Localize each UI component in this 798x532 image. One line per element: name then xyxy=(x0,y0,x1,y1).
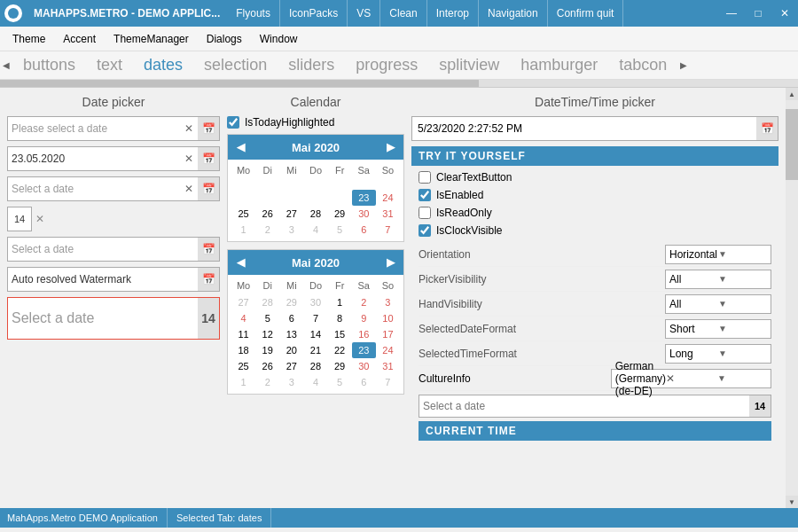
datepicker-watermark-input[interactable] xyxy=(8,273,198,286)
title-menu-item-navigation[interactable]: Navigation xyxy=(479,0,548,27)
cal-day[interactable]: 3 xyxy=(279,222,303,238)
cal-day[interactable]: 5 xyxy=(328,374,352,390)
cal-day[interactable]: 9 xyxy=(352,310,376,326)
cal-day[interactable]: 15 xyxy=(328,326,352,342)
cal-day[interactable]: 1 xyxy=(328,294,352,310)
culture-clear[interactable]: ✕ xyxy=(666,372,716,385)
cal-day[interactable]: 27 xyxy=(231,294,255,310)
cal-day[interactable]: 4 xyxy=(303,222,327,238)
menu-item-theme[interactable]: Theme xyxy=(4,29,54,49)
cal-day[interactable]: 1 xyxy=(231,222,255,238)
cal-day[interactable]: 24 xyxy=(376,190,400,206)
cal-day[interactable]: 17 xyxy=(376,326,400,342)
datetime-cal-btn[interactable]: 📅 xyxy=(756,117,778,140)
cal-day[interactable]: 3 xyxy=(376,294,400,310)
datetime-input[interactable] xyxy=(412,122,756,135)
cal-day[interactable]: 14 xyxy=(303,326,327,342)
cal-day[interactable]: 23 xyxy=(352,342,376,358)
cal-day[interactable]: 25 xyxy=(231,358,255,374)
cal-day[interactable]: 3 xyxy=(279,374,303,390)
datepicker-input-1[interactable] xyxy=(8,122,180,135)
is-clock-visible-checkbox[interactable] xyxy=(419,224,431,237)
cal-day[interactable]: 16 xyxy=(352,326,376,342)
cal-day[interactable]: 7 xyxy=(376,222,400,238)
menu-item-dialogs[interactable]: Dialogs xyxy=(198,29,251,49)
cal-day[interactable]: 6 xyxy=(352,374,376,390)
clear-text-btn-checkbox[interactable] xyxy=(419,171,431,184)
datepicker-large-input[interactable] xyxy=(8,310,198,326)
nav-tab-selection[interactable]: selection xyxy=(193,51,278,80)
cal-day[interactable]: 11 xyxy=(231,326,255,342)
is-today-highlighted-checkbox[interactable] xyxy=(227,116,239,129)
selected-time-format-select[interactable]: Long ▼ xyxy=(665,344,771,364)
datepicker-large-cal[interactable]: 14 xyxy=(198,298,219,339)
nav-scroll-right[interactable]: ▶ xyxy=(677,51,690,80)
cal-day[interactable]: 30 xyxy=(352,358,376,374)
datepicker-cal-3[interactable]: 📅 xyxy=(198,177,219,200)
hand-visibility-select[interactable]: All ▼ xyxy=(665,294,771,314)
title-menu-item-clean[interactable]: Clean xyxy=(380,0,426,27)
cal-day[interactable]: 23 xyxy=(352,190,376,206)
cal-day[interactable]: 27 xyxy=(279,206,303,222)
cal-day[interactable]: 31 xyxy=(376,206,400,222)
datetime-field[interactable]: 📅 xyxy=(411,116,778,141)
cal-day[interactable]: 30 xyxy=(352,206,376,222)
datepicker-input-2[interactable] xyxy=(8,153,180,165)
is-readonly-checkbox[interactable] xyxy=(419,207,431,219)
calendar-widget-2[interactable]: ◀ Mai 2020 ▶ MoDiMiDoFrSaSo 272829301234… xyxy=(227,249,404,395)
datepicker-large-field[interactable]: 14 xyxy=(7,297,220,340)
culture-date-cal[interactable]: 14 xyxy=(749,395,771,417)
cal-day[interactable]: 29 xyxy=(279,294,303,310)
datepicker-clear-2[interactable]: ✕ xyxy=(180,150,198,168)
cal-day[interactable]: 6 xyxy=(279,310,303,326)
selected-date-format-select[interactable]: Short ▼ xyxy=(665,319,771,339)
cal-day[interactable]: 31 xyxy=(376,358,400,374)
cal-day[interactable]: 24 xyxy=(376,342,400,358)
menu-item-thememanager[interactable]: ThemeManager xyxy=(105,29,198,49)
cal-day[interactable]: 28 xyxy=(303,206,327,222)
cal-day[interactable]: 28 xyxy=(255,294,279,310)
datepicker-cal-2[interactable]: 📅 xyxy=(198,147,219,170)
menu-item-accent[interactable]: Accent xyxy=(54,29,105,49)
cal-day[interactable]: 20 xyxy=(279,342,303,358)
scroll-up-arrow[interactable]: ▲ xyxy=(786,88,798,100)
cal-day[interactable]: 2 xyxy=(255,222,279,238)
culture-select[interactable]: German (Germany) (de-DE) ✕ ▼ xyxy=(611,369,771,388)
cal-day[interactable]: 26 xyxy=(255,358,279,374)
cal-day[interactable]: 5 xyxy=(255,310,279,326)
cal-day[interactable]: 21 xyxy=(303,342,327,358)
nav-tab-buttons[interactable]: buttons xyxy=(12,51,86,80)
nav-scrollbar[interactable] xyxy=(0,80,798,87)
nav-tab-text[interactable]: text xyxy=(86,51,133,80)
title-menu-item-vs[interactable]: VS xyxy=(348,0,380,27)
datepicker-watermark-field[interactable]: 📅 xyxy=(7,267,220,292)
calendar-widget-1[interactable]: ◀ Mai 2020 ▶ MoDiMiDoFrSaSo 232425262728… xyxy=(227,134,404,242)
title-menu-item-confirm quit[interactable]: Confirm quit xyxy=(548,0,624,27)
scroll-down-arrow[interactable]: ▼ xyxy=(786,496,798,508)
nav-scroll-left[interactable]: ◀ xyxy=(0,51,12,80)
datepicker-input-4[interactable] xyxy=(8,243,198,255)
datepicker-small-icon[interactable]: 14 xyxy=(7,207,32,231)
datepicker-field-1[interactable]: ✕ 📅 xyxy=(7,116,220,141)
cal-day[interactable]: 5 xyxy=(328,222,352,238)
cal-day[interactable]: 12 xyxy=(255,326,279,342)
cal-day[interactable]: 4 xyxy=(231,310,255,326)
nav-tab-tabcon[interactable]: tabcon xyxy=(608,51,677,80)
cal-day[interactable]: 29 xyxy=(328,358,352,374)
culture-date-field[interactable]: 14 xyxy=(419,395,771,418)
cal-next-2[interactable]: ▶ xyxy=(383,256,398,269)
datepicker-input-3[interactable] xyxy=(8,183,180,195)
maximize-button[interactable]: □ xyxy=(745,0,771,27)
cal-day[interactable]: 6 xyxy=(352,222,376,238)
cal-day[interactable]: 30 xyxy=(303,294,327,310)
datepicker-field-4[interactable]: 📅 xyxy=(7,237,220,262)
nav-tab-dates[interactable]: dates xyxy=(133,51,193,80)
cal-day[interactable]: 8 xyxy=(328,310,352,326)
cal-day[interactable]: 19 xyxy=(255,342,279,358)
cal-day[interactable]: 4 xyxy=(303,374,327,390)
cal-day[interactable]: 25 xyxy=(231,206,255,222)
cal-day[interactable]: 22 xyxy=(328,342,352,358)
datepicker-field-3[interactable]: ✕ 📅 xyxy=(7,176,220,201)
nav-tab-hamburger[interactable]: hamburger xyxy=(510,51,608,80)
title-menu-item-flyouts[interactable]: Flyouts xyxy=(227,0,280,27)
